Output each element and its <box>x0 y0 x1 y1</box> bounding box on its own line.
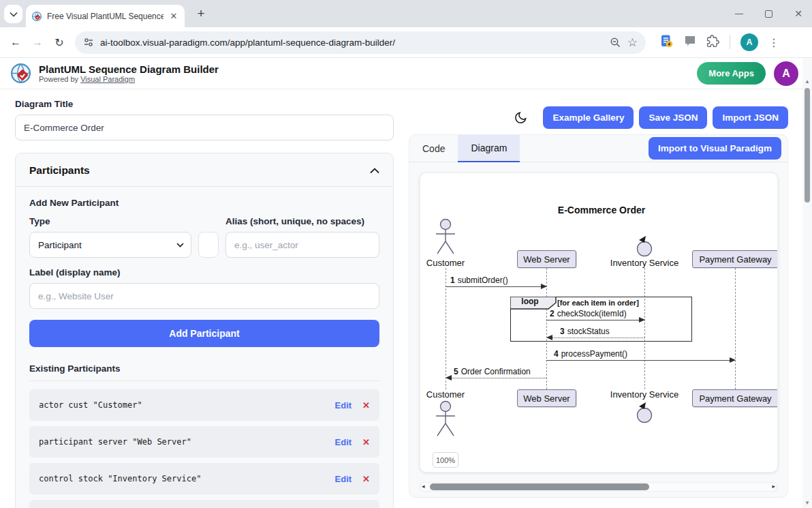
divider <box>29 380 379 381</box>
zoom-level-badge[interactable]: 100% <box>433 452 458 468</box>
scroll-right-icon[interactable]: ▸ <box>772 483 775 490</box>
message-2: 2checkStock(itemId) <box>550 309 627 318</box>
forward-icon[interactable]: → <box>29 36 46 48</box>
message-1-arrow <box>446 286 546 287</box>
bookmark-star-icon[interactable]: ☆ <box>627 35 638 50</box>
control-icon <box>635 401 654 424</box>
message-2-arrow <box>546 320 644 320</box>
add-participant-heading: Add New Participant <box>29 198 379 208</box>
window-maximize-icon[interactable] <box>765 10 772 18</box>
participants-card: Participants Add New Participant Type Al… <box>15 153 394 508</box>
sequence-diagram-canvas[interactable]: E-Commerce Order Customer <box>420 173 778 473</box>
tune-icon[interactable] <box>83 37 94 48</box>
edit-link[interactable]: Edit <box>335 400 352 410</box>
participant-code: actor cust "Customer" <box>39 400 330 410</box>
type-label: Type <box>29 216 191 226</box>
powered-by: Powered by Visual Paradigm <box>39 75 219 83</box>
chevron-up-icon[interactable] <box>370 168 379 174</box>
diagram-title-label: Diagram Title <box>15 99 394 109</box>
diagram-title: E-Commerce Order <box>558 205 645 215</box>
actor-icon <box>433 218 458 256</box>
scroll-down-icon[interactable]: ▼ <box>802 500 812 506</box>
arrowhead-left <box>546 335 552 340</box>
participant-label-customer: Customer <box>426 258 465 268</box>
participant-box-payment-gateway-bottom: Payment Gateway <box>692 389 778 407</box>
message-1: 1submitOrder() <box>450 275 508 285</box>
participant-row: participant payment "Payment Gateway" Ed… <box>29 500 379 508</box>
zoom-out-icon[interactable] <box>610 37 621 48</box>
color-swatch-box[interactable] <box>198 232 219 258</box>
browser-tab-strip: Free Visual PlantUML Sequence ✕ + ✕ <box>0 0 812 27</box>
display-name-label: Label (display name) <box>29 267 379 278</box>
display-name-input[interactable] <box>29 283 379 309</box>
alias-label: Alias (short, unique, no spaces) <box>225 216 379 226</box>
import-json-button[interactable]: Import JSON <box>713 106 788 129</box>
loop-condition: [for each item in order] <box>557 299 639 307</box>
browser-menu-icon[interactable]: ⋮ <box>768 36 779 49</box>
horizontal-scroll-thumb[interactable] <box>430 483 649 490</box>
participant-row: control stock "Inventory Service" Edit ✕ <box>29 463 379 494</box>
browser-toolbar: ← → ↻ ai-toolbox.visual-paradigm.com/app… <box>0 27 812 58</box>
back-icon[interactable]: ← <box>7 36 25 48</box>
delete-icon[interactable]: ✕ <box>362 400 370 410</box>
comment-bubble-icon[interactable] <box>684 35 696 50</box>
reload-icon[interactable]: ↻ <box>50 36 68 49</box>
new-tab-button[interactable]: + <box>193 6 208 21</box>
browser-profile-avatar[interactable]: A <box>740 33 758 51</box>
arrowhead-right <box>730 357 736 363</box>
save-json-button[interactable]: Save JSON <box>639 106 707 129</box>
window-close-icon[interactable]: ✕ <box>794 9 802 18</box>
tab-search-button[interactable] <box>4 5 22 23</box>
tab-code[interactable]: Code <box>409 135 458 162</box>
site-favicon <box>31 11 42 22</box>
participant-code: control stock "Inventory Service" <box>39 474 330 483</box>
horizontal-scrollbar[interactable]: ◂ ▸ <box>420 482 777 492</box>
lifeline-payment-gateway <box>735 268 736 389</box>
vertical-scrollbar[interactable]: ▲ ▼ <box>802 58 812 508</box>
participant-box-web-server-bottom: Web Server <box>517 389 576 407</box>
diagram-title-input[interactable] <box>15 115 394 140</box>
type-select[interactable]: Participant <box>29 232 191 258</box>
delete-icon[interactable]: ✕ <box>362 474 370 484</box>
edit-link[interactable]: Edit <box>335 437 352 447</box>
import-to-visual-paradigm-button[interactable]: Import to Visual Paradigm <box>649 137 781 160</box>
alias-input[interactable] <box>225 232 379 258</box>
right-panel: Example Gallery Save JSON Import JSON Co… <box>409 89 788 498</box>
add-participant-button[interactable]: Add Participant <box>29 320 379 347</box>
message-4: 4processPayment() <box>554 349 627 359</box>
actor-icon <box>433 400 458 438</box>
participant-row: actor cust "Customer" Edit ✕ <box>29 389 379 421</box>
editor-panel: Code Diagram Import to Visual Paradigm E… <box>409 134 788 498</box>
visual-paradigm-link[interactable]: Visual Paradigm <box>80 75 135 83</box>
chevron-down-icon <box>10 12 18 17</box>
address-bar[interactable]: ai-toolbox.visual-paradigm.com/app/plant… <box>75 31 646 54</box>
user-avatar[interactable]: A <box>774 61 798 86</box>
edit-link[interactable]: Edit <box>335 474 352 484</box>
extensions-puzzle-icon[interactable] <box>706 35 719 50</box>
url-text[interactable]: ai-toolbox.visual-paradigm.com/app/plant… <box>100 38 604 48</box>
scroll-up-icon[interactable]: ▲ <box>802 78 812 85</box>
loop-label: loop <box>511 297 549 306</box>
chevron-down-icon <box>176 243 184 248</box>
browser-tab[interactable]: Free Visual PlantUML Sequence ✕ <box>26 5 185 27</box>
window-minimize-icon[interactable] <box>735 14 743 14</box>
participant-code: participant server "Web Server" <box>39 437 330 447</box>
dark-mode-moon-icon[interactable] <box>514 110 528 125</box>
arrowhead-right <box>639 317 645 323</box>
participant-label-inventory-service: Inventory Service <box>610 258 678 268</box>
participant-label-inventory-service-bottom: Inventory Service <box>610 389 678 400</box>
delete-icon[interactable]: ✕ <box>362 437 370 447</box>
message-5-arrow <box>447 378 546 378</box>
existing-participants-heading: Existing Participants <box>29 363 379 374</box>
divider <box>16 186 393 187</box>
tab-diagram[interactable]: Diagram <box>458 135 520 162</box>
vertical-scroll-thumb[interactable] <box>805 88 810 203</box>
more-apps-button[interactable]: More Apps <box>697 62 766 85</box>
scroll-left-icon[interactable]: ◂ <box>422 483 425 490</box>
example-gallery-button[interactable]: Example Gallery <box>543 106 634 129</box>
app-logo <box>10 62 32 85</box>
participant-label-customer-bottom: Customer <box>426 389 465 400</box>
tab-close-icon[interactable]: ✕ <box>168 11 179 21</box>
reading-list-icon[interactable] <box>659 34 674 51</box>
arrowhead-right <box>541 284 547 289</box>
